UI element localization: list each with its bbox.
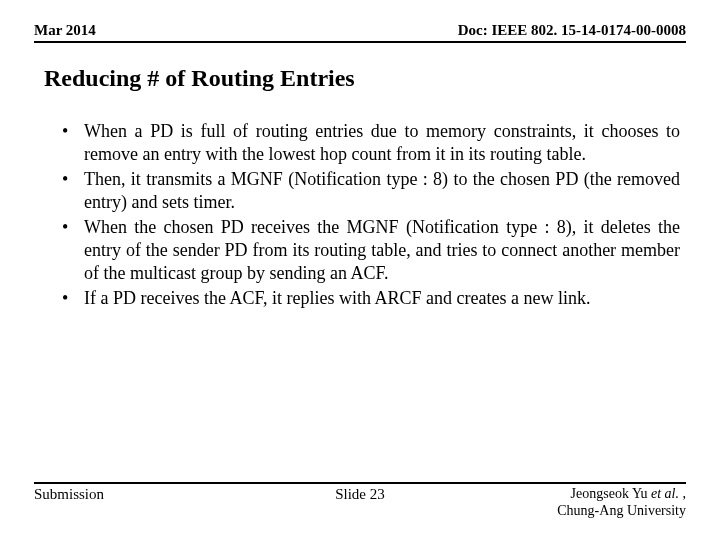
bullet-text: If a PD receives the ACF, it replies wit… xyxy=(84,287,680,310)
bullet-text: Then, it transmits a MGNF (Notification … xyxy=(84,168,680,214)
bullet-item: • Then, it transmits a MGNF (Notificatio… xyxy=(62,168,680,214)
footer-left-label: Submission xyxy=(34,486,251,503)
footer-author-block: Jeongseok Yu et al. , Chung-Ang Universi… xyxy=(469,486,686,520)
author-etal: et al. xyxy=(651,486,679,501)
bullet-item: • If a PD receives the ACF, it replies w… xyxy=(62,287,680,310)
bullet-text: When the chosen PD receives the MGNF (No… xyxy=(84,216,680,285)
bullet-dot-icon: • xyxy=(62,168,84,214)
header-bar: Mar 2014 Doc: IEEE 802. 15-14-0174-00-00… xyxy=(34,22,686,43)
header-date: Mar 2014 xyxy=(34,22,96,39)
bullet-dot-icon: • xyxy=(62,120,84,166)
author-prefix: Jeongseok Yu xyxy=(571,486,651,501)
footer-author-line: Jeongseok Yu et al. , xyxy=(469,486,686,503)
bullet-dot-icon: • xyxy=(62,216,84,285)
bullet-item: • When a PD is full of routing entries d… xyxy=(62,120,680,166)
bullet-text: When a PD is full of routing entries due… xyxy=(84,120,680,166)
footer-affiliation: Chung-Ang University xyxy=(469,503,686,520)
author-suffix: , xyxy=(679,486,686,501)
header-doc-number: Doc: IEEE 802. 15-14-0174-00-0008 xyxy=(458,22,686,39)
footer-slide-number: Slide 23 xyxy=(251,486,468,503)
slide-title: Reducing # of Routing Entries xyxy=(44,65,686,92)
content-area: • When a PD is full of routing entries d… xyxy=(34,120,686,310)
bullet-item: • When the chosen PD receives the MGNF (… xyxy=(62,216,680,285)
footer-bar: Submission Slide 23 Jeongseok Yu et al. … xyxy=(34,482,686,520)
bullet-dot-icon: • xyxy=(62,287,84,310)
slide: Mar 2014 Doc: IEEE 802. 15-14-0174-00-00… xyxy=(0,0,720,540)
